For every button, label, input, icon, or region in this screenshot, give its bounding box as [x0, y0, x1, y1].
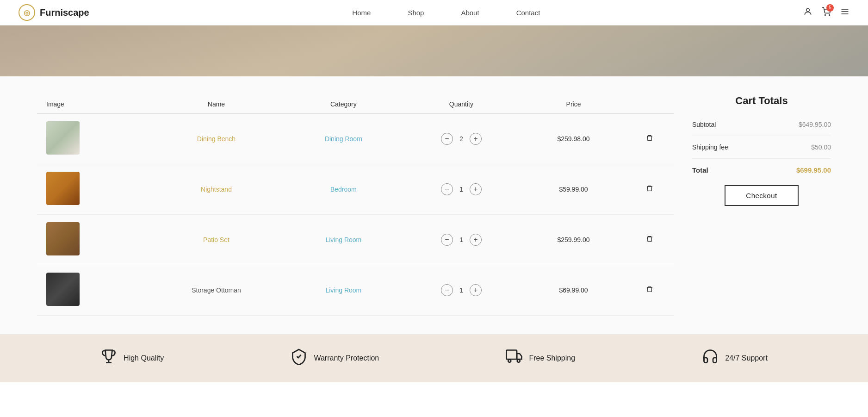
nav-contact[interactable]: Contact — [516, 9, 540, 17]
warranty-label: Warranty Protection — [314, 354, 379, 362]
qty-value: 1 — [458, 286, 465, 294]
category-link[interactable]: Living Room — [325, 236, 361, 243]
product-quantity-cell: − 1 + — [401, 164, 522, 215]
user-icon — [803, 7, 812, 16]
qty-increase-button[interactable]: + — [470, 183, 482, 195]
product-quantity-cell: − 1 + — [401, 265, 522, 316]
table-row: Storage Ottoman Living Room − 1 + $69.99… — [37, 265, 674, 316]
col-category: Category — [286, 95, 401, 114]
product-image — [46, 222, 80, 255]
nav-links: Home Shop About Contact — [352, 9, 540, 17]
trophy-icon — [100, 348, 117, 368]
nav-shop[interactable]: Shop — [408, 9, 424, 17]
product-name-link[interactable]: Patio Set — [203, 236, 229, 243]
product-name: Storage Ottoman — [192, 286, 241, 294]
delete-button[interactable] — [646, 134, 653, 144]
product-quantity-cell: − 1 + — [401, 215, 522, 265]
category-link[interactable]: Bedroom — [330, 186, 357, 193]
main-content: Image Name Category Quantity Price Dinin… — [0, 76, 868, 334]
category-link[interactable]: Living Room — [325, 286, 361, 294]
total-value: $699.95.00 — [796, 166, 831, 174]
svg-point-1 — [825, 14, 826, 15]
qty-control: − 2 + — [408, 133, 515, 145]
table-row: Nightstand Bedroom − 1 + $59.99.00 — [37, 164, 674, 215]
user-icon-button[interactable] — [803, 7, 812, 19]
delete-button[interactable] — [646, 184, 653, 194]
high-quality-label: High Quality — [124, 354, 164, 362]
shipping-icon — [506, 348, 522, 368]
cart-section: Image Name Category Quantity Price Dinin… — [37, 95, 674, 316]
checkout-button[interactable]: Checkout — [725, 185, 799, 206]
svg-point-2 — [829, 14, 830, 15]
qty-control: − 1 + — [408, 183, 515, 195]
cart-icon-button[interactable]: 5 — [822, 7, 831, 19]
product-image-cell — [37, 265, 146, 316]
qty-decrease-button[interactable]: − — [441, 133, 453, 145]
product-image-cell — [37, 215, 146, 265]
nav-about[interactable]: About — [461, 9, 479, 17]
qty-increase-button[interactable]: + — [470, 284, 482, 296]
hero-banner-bg — [0, 25, 868, 76]
svg-point-0 — [806, 8, 810, 12]
menu-icon-button[interactable] — [840, 7, 849, 19]
product-category-cell: Living Room — [286, 265, 401, 316]
product-name-link[interactable]: Nightstand — [201, 186, 232, 193]
svg-rect-6 — [507, 350, 517, 360]
col-actions — [625, 95, 674, 114]
product-name-link[interactable]: Dining Bench — [197, 135, 236, 143]
product-name-cell: Storage Ottoman — [146, 265, 286, 316]
product-category-cell: Dining Room — [286, 114, 401, 164]
delete-button[interactable] — [646, 285, 653, 295]
qty-decrease-button[interactable]: − — [441, 183, 453, 195]
product-image — [46, 273, 80, 306]
qty-decrease-button[interactable]: − — [441, 284, 453, 296]
qty-value: 2 — [458, 135, 465, 143]
totals-divider-2 — [692, 158, 831, 159]
brand-logo[interactable]: ◎ Furniscape — [19, 4, 89, 21]
delete-button[interactable] — [646, 235, 653, 245]
qty-control: − 1 + — [408, 284, 515, 296]
product-name-cell: Dining Bench — [146, 114, 286, 164]
feature-warranty: Warranty Protection — [291, 348, 379, 368]
table-row: Patio Set Living Room − 1 + $259.99.00 — [37, 215, 674, 265]
qty-value: 1 — [458, 186, 465, 193]
trash-icon — [646, 134, 653, 142]
product-quantity-cell: − 2 + — [401, 114, 522, 164]
navbar-icons: 5 — [803, 7, 849, 19]
qty-increase-button[interactable]: + — [470, 133, 482, 145]
navbar: ◎ Furniscape Home Shop About Contact 5 — [0, 0, 868, 25]
qty-control: − 1 + — [408, 234, 515, 246]
product-price-cell: $59.99.00 — [522, 164, 625, 215]
support-label: 24/7 Support — [725, 354, 768, 362]
feature-support: 24/7 Support — [702, 348, 768, 368]
free-shipping-label: Free Shipping — [529, 354, 575, 362]
shipping-label: Shipping fee — [692, 143, 728, 151]
cart-table: Image Name Category Quantity Price Dinin… — [37, 95, 674, 316]
product-image-cell — [37, 164, 146, 215]
table-row: Dining Bench Dining Room − 2 + $259.98.0… — [37, 114, 674, 164]
cart-badge: 5 — [826, 4, 834, 12]
hero-banner — [0, 25, 868, 76]
subtotal-value: $649.95.00 — [799, 121, 831, 128]
footer-features: High Quality Warranty Protection Free Sh… — [0, 334, 868, 382]
subtotal-label: Subtotal — [692, 121, 716, 128]
svg-point-7 — [508, 360, 511, 362]
qty-decrease-button[interactable]: − — [441, 234, 453, 246]
qty-value: 1 — [458, 236, 465, 243]
total-row: Total $699.95.00 — [692, 166, 831, 174]
feature-free-shipping: Free Shipping — [506, 348, 575, 368]
total-label: Total — [692, 166, 708, 174]
nav-home[interactable]: Home — [352, 9, 371, 17]
svg-point-8 — [517, 360, 520, 362]
product-image — [46, 172, 80, 205]
category-link[interactable]: Dining Room — [325, 135, 362, 143]
totals-divider — [692, 136, 831, 136]
trash-icon — [646, 285, 653, 293]
qty-increase-button[interactable]: + — [470, 234, 482, 246]
product-price-cell: $69.99.00 — [522, 265, 625, 316]
product-name-cell: Patio Set — [146, 215, 286, 265]
col-name: Name — [146, 95, 286, 114]
col-image: Image — [37, 95, 146, 114]
product-delete-cell — [625, 164, 674, 215]
col-quantity: Quantity — [401, 95, 522, 114]
